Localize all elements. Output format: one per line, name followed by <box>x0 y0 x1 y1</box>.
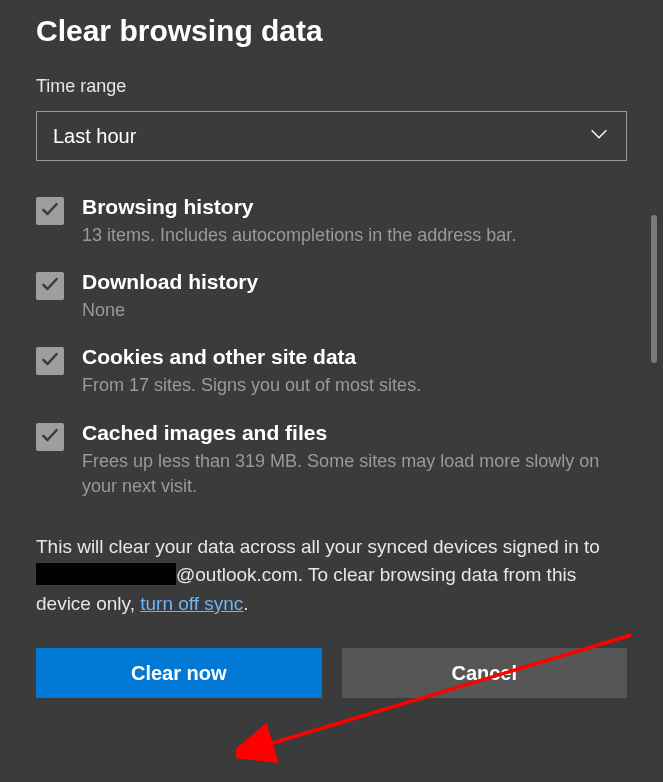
arrow-annotation-icon <box>236 620 656 780</box>
cancel-button[interactable]: Cancel <box>342 648 628 698</box>
time-range-value: Last hour <box>53 125 136 148</box>
checkmark-icon <box>40 199 60 223</box>
option-desc: None <box>82 298 258 323</box>
dialog-buttons: Clear now Cancel <box>36 648 627 698</box>
sync-note: This will clear your data across all you… <box>36 533 627 619</box>
option-desc: 13 items. Includes autocompletions in th… <box>82 223 516 248</box>
clear-now-button[interactable]: Clear now <box>36 648 322 698</box>
option-desc: From 17 sites. Signs you out of most sit… <box>82 373 421 398</box>
scrollbar[interactable] <box>651 215 657 363</box>
sync-note-post: . <box>243 593 248 614</box>
option-title: Cached images and files <box>82 421 627 445</box>
time-range-select[interactable]: Last hour <box>36 111 627 161</box>
checkmark-icon <box>40 349 60 373</box>
sync-note-email-domain: @outlook.com <box>176 564 298 585</box>
time-range-label: Time range <box>36 76 627 97</box>
dialog-title: Clear browsing data <box>36 14 627 48</box>
checkbox-download-history[interactable] <box>36 272 64 300</box>
option-download-history: Download history None <box>36 270 627 323</box>
sync-note-pre: This will clear your data across all you… <box>36 536 600 557</box>
checkbox-cookies[interactable] <box>36 347 64 375</box>
option-title: Download history <box>82 270 258 294</box>
option-cached: Cached images and files Frees up less th… <box>36 421 627 499</box>
checkmark-icon <box>40 274 60 298</box>
option-title: Cookies and other site data <box>82 345 421 369</box>
options-list: Browsing history 13 items. Includes auto… <box>36 195 627 499</box>
redacted-email <box>36 563 176 585</box>
checkbox-cached[interactable] <box>36 423 64 451</box>
option-desc: Frees up less than 319 MB. Some sites ma… <box>82 449 627 499</box>
checkmark-icon <box>40 425 60 449</box>
turn-off-sync-link[interactable]: turn off sync <box>140 593 243 614</box>
option-browsing-history: Browsing history 13 items. Includes auto… <box>36 195 627 248</box>
option-title: Browsing history <box>82 195 516 219</box>
chevron-down-icon <box>588 123 610 150</box>
option-cookies: Cookies and other site data From 17 site… <box>36 345 627 398</box>
checkbox-browsing-history[interactable] <box>36 197 64 225</box>
